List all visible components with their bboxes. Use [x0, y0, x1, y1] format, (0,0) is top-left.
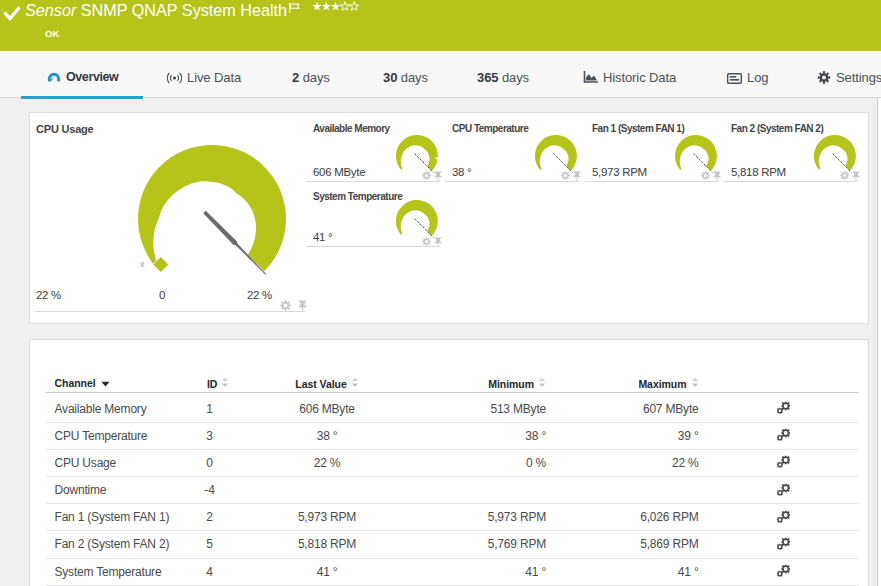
svg-text:x: x	[140, 259, 145, 269]
